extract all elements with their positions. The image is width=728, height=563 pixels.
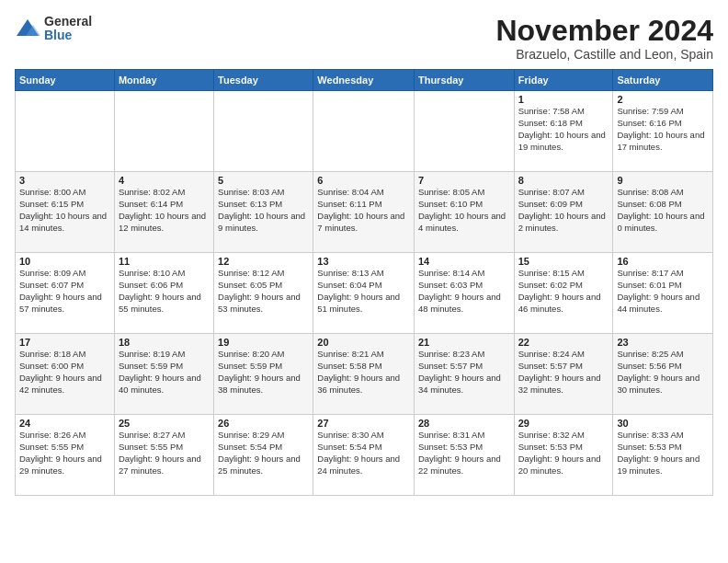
calendar-cell: 22Sunrise: 8:24 AMSunset: 5:57 PMDayligh… (514, 334, 613, 415)
day-number: 1 (518, 94, 609, 105)
calendar-cell: 24Sunrise: 8:26 AMSunset: 5:55 PMDayligh… (16, 415, 115, 496)
day-info: Sunrise: 8:08 AMSunset: 6:08 PMDaylight:… (617, 187, 709, 234)
header: General Blue November 2024 Brazuelo, Cas… (15, 15, 713, 62)
day-info: Sunrise: 8:10 AMSunset: 6:06 PMDaylight:… (119, 268, 210, 315)
calendar-week-4: 17Sunrise: 8:18 AMSunset: 6:00 PMDayligh… (16, 334, 713, 415)
day-number: 30 (617, 418, 709, 429)
calendar-cell: 8Sunrise: 8:07 AMSunset: 6:09 PMDaylight… (514, 172, 613, 253)
calendar-cell (114, 91, 213, 172)
location: Brazuelo, Castille and Leon, Spain (495, 47, 713, 62)
day-info: Sunrise: 8:02 AMSunset: 6:14 PMDaylight:… (119, 187, 210, 234)
calendar-cell: 12Sunrise: 8:12 AMSunset: 6:05 PMDayligh… (214, 253, 313, 334)
day-number: 3 (19, 175, 110, 186)
logo: General Blue (15, 15, 92, 43)
calendar-cell: 17Sunrise: 8:18 AMSunset: 6:00 PMDayligh… (16, 334, 115, 415)
day-number: 14 (418, 256, 510, 267)
logo-blue: Blue (44, 29, 92, 42)
day-info: Sunrise: 8:09 AMSunset: 6:07 PMDaylight:… (19, 268, 110, 315)
day-info: Sunrise: 8:33 AMSunset: 5:53 PMDaylight:… (617, 430, 709, 477)
day-number: 8 (518, 175, 609, 186)
calendar-cell: 16Sunrise: 8:17 AMSunset: 6:01 PMDayligh… (613, 253, 713, 334)
calendar-cell: 23Sunrise: 8:25 AMSunset: 5:56 PMDayligh… (613, 334, 713, 415)
calendar-week-2: 3Sunrise: 8:00 AMSunset: 6:15 PMDaylight… (16, 172, 713, 253)
day-info: Sunrise: 8:21 AMSunset: 5:58 PMDaylight:… (317, 349, 410, 396)
day-number: 19 (218, 337, 309, 348)
day-info: Sunrise: 8:07 AMSunset: 6:09 PMDaylight:… (518, 187, 609, 234)
calendar-header: Sunday Monday Tuesday Wednesday Thursday… (16, 70, 713, 91)
calendar-cell: 9Sunrise: 8:08 AMSunset: 6:08 PMDaylight… (613, 172, 713, 253)
calendar-cell: 4Sunrise: 8:02 AMSunset: 6:14 PMDaylight… (114, 172, 213, 253)
col-thursday: Thursday (414, 70, 514, 91)
calendar-cell: 5Sunrise: 8:03 AMSunset: 6:13 PMDaylight… (214, 172, 313, 253)
page-container: General Blue November 2024 Brazuelo, Cas… (0, 0, 728, 503)
calendar-cell (214, 91, 313, 172)
col-friday: Friday (514, 70, 613, 91)
day-number: 23 (617, 337, 709, 348)
day-info: Sunrise: 8:13 AMSunset: 6:04 PMDaylight:… (317, 268, 410, 315)
day-info: Sunrise: 8:18 AMSunset: 6:00 PMDaylight:… (19, 349, 110, 396)
day-number: 7 (418, 175, 510, 186)
day-number: 25 (119, 418, 210, 429)
day-number: 26 (218, 418, 309, 429)
calendar-week-1: 1Sunrise: 7:58 AMSunset: 6:18 PMDaylight… (16, 91, 713, 172)
day-info: Sunrise: 8:05 AMSunset: 6:10 PMDaylight:… (418, 187, 510, 234)
day-number: 2 (617, 94, 709, 105)
calendar-week-5: 24Sunrise: 8:26 AMSunset: 5:55 PMDayligh… (16, 415, 713, 496)
day-info: Sunrise: 8:27 AMSunset: 5:55 PMDaylight:… (119, 430, 210, 477)
calendar-cell: 14Sunrise: 8:14 AMSunset: 6:03 PMDayligh… (414, 253, 514, 334)
title-section: November 2024 Brazuelo, Castille and Leo… (495, 15, 713, 62)
day-number: 17 (19, 337, 110, 348)
day-number: 20 (317, 337, 410, 348)
day-info: Sunrise: 8:23 AMSunset: 5:57 PMDaylight:… (418, 349, 510, 396)
day-info: Sunrise: 8:19 AMSunset: 5:59 PMDaylight:… (119, 349, 210, 396)
day-info: Sunrise: 8:29 AMSunset: 5:54 PMDaylight:… (218, 430, 309, 477)
day-number: 28 (418, 418, 510, 429)
col-tuesday: Tuesday (214, 70, 313, 91)
day-number: 24 (19, 418, 110, 429)
day-info: Sunrise: 8:14 AMSunset: 6:03 PMDaylight:… (418, 268, 510, 315)
day-number: 6 (317, 175, 410, 186)
day-info: Sunrise: 8:12 AMSunset: 6:05 PMDaylight:… (218, 268, 309, 315)
calendar-cell (313, 91, 415, 172)
day-number: 15 (518, 256, 609, 267)
calendar-cell: 1Sunrise: 7:58 AMSunset: 6:18 PMDaylight… (514, 91, 613, 172)
calendar-cell: 28Sunrise: 8:31 AMSunset: 5:53 PMDayligh… (414, 415, 514, 496)
calendar-cell (16, 91, 115, 172)
calendar-cell (414, 91, 514, 172)
day-info: Sunrise: 8:20 AMSunset: 5:59 PMDaylight:… (218, 349, 309, 396)
day-info: Sunrise: 8:17 AMSunset: 6:01 PMDaylight:… (617, 268, 709, 315)
day-info: Sunrise: 8:31 AMSunset: 5:53 PMDaylight:… (418, 430, 510, 477)
day-number: 27 (317, 418, 410, 429)
calendar-cell: 11Sunrise: 8:10 AMSunset: 6:06 PMDayligh… (114, 253, 213, 334)
calendar-cell: 2Sunrise: 7:59 AMSunset: 6:16 PMDaylight… (613, 91, 713, 172)
day-number: 22 (518, 337, 609, 348)
col-sunday: Sunday (16, 70, 115, 91)
day-number: 21 (418, 337, 510, 348)
calendar-cell: 13Sunrise: 8:13 AMSunset: 6:04 PMDayligh… (313, 253, 415, 334)
calendar-cell: 6Sunrise: 8:04 AMSunset: 6:11 PMDaylight… (313, 172, 415, 253)
calendar-cell: 29Sunrise: 8:32 AMSunset: 5:53 PMDayligh… (514, 415, 613, 496)
calendar-cell: 27Sunrise: 8:30 AMSunset: 5:54 PMDayligh… (313, 415, 415, 496)
col-wednesday: Wednesday (313, 70, 415, 91)
day-info: Sunrise: 8:00 AMSunset: 6:15 PMDaylight:… (19, 187, 110, 234)
calendar-cell: 21Sunrise: 8:23 AMSunset: 5:57 PMDayligh… (414, 334, 514, 415)
day-info: Sunrise: 8:04 AMSunset: 6:11 PMDaylight:… (317, 187, 410, 234)
day-number: 4 (119, 175, 210, 186)
calendar-cell: 30Sunrise: 8:33 AMSunset: 5:53 PMDayligh… (613, 415, 713, 496)
day-info: Sunrise: 8:30 AMSunset: 5:54 PMDaylight:… (317, 430, 410, 477)
calendar-cell: 19Sunrise: 8:20 AMSunset: 5:59 PMDayligh… (214, 334, 313, 415)
calendar-cell: 15Sunrise: 8:15 AMSunset: 6:02 PMDayligh… (514, 253, 613, 334)
calendar-cell: 20Sunrise: 8:21 AMSunset: 5:58 PMDayligh… (313, 334, 415, 415)
calendar-cell: 7Sunrise: 8:05 AMSunset: 6:10 PMDaylight… (414, 172, 514, 253)
day-number: 10 (19, 256, 110, 267)
day-info: Sunrise: 8:26 AMSunset: 5:55 PMDaylight:… (19, 430, 110, 477)
day-info: Sunrise: 7:59 AMSunset: 6:16 PMDaylight:… (617, 106, 709, 153)
day-info: Sunrise: 8:15 AMSunset: 6:02 PMDaylight:… (518, 268, 609, 315)
logo-general: General (44, 15, 92, 29)
day-number: 11 (119, 256, 210, 267)
calendar-cell: 26Sunrise: 8:29 AMSunset: 5:54 PMDayligh… (214, 415, 313, 496)
logo-text: General Blue (44, 15, 92, 43)
calendar-body: 1Sunrise: 7:58 AMSunset: 6:18 PMDaylight… (16, 91, 713, 496)
day-info: Sunrise: 8:25 AMSunset: 5:56 PMDaylight:… (617, 349, 709, 396)
day-number: 12 (218, 256, 309, 267)
